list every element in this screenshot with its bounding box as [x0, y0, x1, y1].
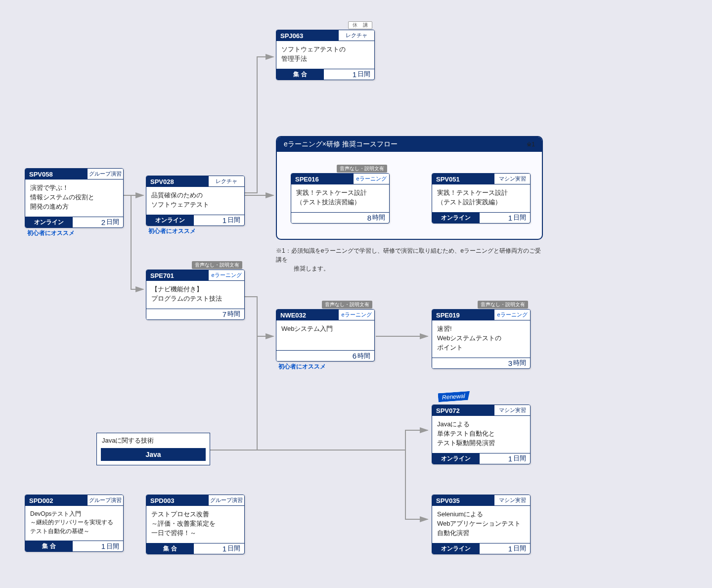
card-spe016[interactable]: 音声なし・説明文有 SPE016 eラーニング 実践！テストケース設計 （テスト… [291, 173, 390, 224]
course-duration: 3時間 [480, 358, 530, 368]
card-spv072[interactable]: SPV072 マシン実習 Javaによる 単体テスト自動化と テスト駆動開発演習… [432, 405, 531, 464]
course-code: SPE016 [291, 174, 354, 184]
course-format: オンライン [432, 213, 480, 223]
course-code: SPV028 [146, 176, 209, 187]
course-format: 集 合 [276, 69, 324, 80]
course-title: 品質確保のための ソフトウェアテスト [146, 187, 244, 215]
course-type: グループ演習 [88, 169, 123, 180]
audio-badge: 音声なし・説明文有 [337, 165, 387, 173]
course-code: SPV058 [25, 169, 88, 180]
group-top-note: ※1 [527, 141, 535, 148]
card-spv028[interactable]: SPV028 レクチャ 品質確保のための ソフトウェアテスト オンライン 1日間… [146, 176, 245, 226]
course-title: 速習! Webシステムテストの ポイント [432, 320, 530, 358]
card-spe701[interactable]: 音声なし・説明文有 SPE701 eラーニング 【ナビ機能付き】 プログラムのテ… [146, 270, 245, 320]
course-code: SPD003 [146, 495, 209, 506]
card-spv058[interactable]: SPV058 グループ演習 演習で学ぶ！ 情報システムの役割と 開発の進め方 オ… [25, 168, 124, 228]
group-title: eラーニング×研修 推奨コースフロー [277, 137, 542, 152]
course-duration: 2日間 [73, 217, 123, 227]
course-format: 集 合 [146, 543, 194, 554]
flow-canvas: SPV058 グループ演習 演習で学ぶ！ 情報システムの役割と 開発の進め方 オ… [0, 0, 712, 588]
beginner-note: 初心者にオススメ [27, 229, 75, 237]
course-duration: 1日間 [194, 215, 244, 226]
course-title: 実践！テストケース設計 （テスト設計実践編） [432, 184, 530, 212]
course-format [291, 213, 339, 223]
course-format: オンライン [146, 215, 194, 226]
course-title: Javaによる 単体テスト自動化と テスト駆動開発演習 [432, 416, 530, 453]
course-code: SPE701 [146, 270, 209, 281]
course-title: Seleniumによる Webアプリケーションテスト 自動化演習 [432, 506, 530, 543]
course-title: 【ナビ機能付き】 プログラムのテスト技法 [146, 281, 244, 309]
course-duration: 7時間 [194, 309, 244, 319]
course-format [432, 358, 480, 368]
course-code: SPJ063 [276, 30, 339, 41]
course-duration: 6時間 [324, 351, 374, 361]
beginner-note: 初心者にオススメ [278, 362, 326, 371]
course-format: 集 合 [25, 541, 73, 551]
course-type: eラーニング [354, 174, 389, 184]
java-box-title: Javaに関する技術 [97, 433, 210, 448]
course-type: レクチャ [209, 176, 244, 187]
course-duration: 1日間 [480, 543, 530, 554]
course-type: マシン実習 [494, 174, 530, 184]
card-spv051[interactable]: SPV051 マシン実習 実践！テストケース設計 （テスト設計実践編） オンライ… [432, 173, 531, 224]
course-type: グループ演習 [88, 495, 123, 506]
java-box-bar: Java [101, 448, 206, 461]
card-spe019[interactable]: 音声なし・説明文有 SPE019 eラーニング 速習! Webシステムテストの … [432, 309, 531, 369]
audio-badge: 音声なし・説明文有 [192, 261, 242, 269]
course-format [146, 309, 194, 319]
course-title: Webシステム入門 [276, 320, 374, 350]
audio-badge: 音声なし・説明文有 [322, 301, 372, 309]
course-code: NWE032 [276, 310, 339, 320]
course-duration: 1日間 [480, 453, 530, 464]
footnote-1: ※1：必須知識をeラーニングで学習し、研修で演習に取り組むため、eラーニングと研… [276, 246, 543, 273]
course-title: テストプロセス改善 ～評価・改善案策定を 一日で習得！～ [146, 506, 244, 543]
audio-badge: 音声なし・説明文有 [478, 301, 528, 309]
card-spj063[interactable]: 休 講 SPJ063 レクチャ ソフトウェアテストの 管理手法 集 合 1日間 [276, 30, 375, 80]
course-format: オンライン [432, 543, 480, 554]
course-type: レクチャ [339, 30, 374, 41]
course-code: SPD002 [25, 495, 88, 506]
card-nwe032[interactable]: 音声なし・説明文有 NWE032 eラーニング Webシステム入門 6時間 初心… [276, 309, 375, 362]
card-spd002[interactable]: SPD002 グループ演習 DevOpsテスト入門 ～継続的デリバリーを実現する… [25, 495, 124, 552]
course-duration: 8時間 [339, 213, 389, 223]
card-spd003[interactable]: SPD003 グループ演習 テストプロセス改善 ～評価・改善案策定を 一日で習得… [146, 495, 245, 554]
java-tech-box[interactable]: Javaに関する技術 Java [96, 433, 210, 465]
beginner-note: 初心者にオススメ [148, 227, 196, 235]
course-type: eラーニング [494, 310, 530, 320]
course-duration: 1日間 [73, 541, 123, 551]
course-type: グループ演習 [209, 495, 244, 506]
course-type: eラーニング [339, 310, 374, 320]
course-code: SPV035 [432, 495, 494, 506]
course-duration: 1日間 [480, 213, 530, 223]
course-type: マシン実習 [494, 495, 530, 506]
course-code: SPV072 [432, 405, 494, 416]
closed-badge: 休 講 [348, 21, 372, 29]
course-format [276, 351, 324, 361]
renewal-ribbon: Renewal [438, 391, 470, 402]
course-duration: 1日間 [194, 543, 244, 554]
course-duration: 1日間 [324, 69, 374, 80]
course-code: SPE019 [432, 310, 494, 320]
course-title: DevOpsテスト入門 ～継続的デリバリーを実現する テスト自動化の基礎～ [25, 506, 123, 541]
course-format: オンライン [25, 217, 73, 227]
course-format: オンライン [432, 453, 480, 464]
course-title: ソフトウェアテストの 管理手法 [276, 41, 374, 69]
course-title: 実践！テストケース設計 （テスト技法演習編） [291, 184, 389, 212]
course-code: SPV051 [432, 174, 494, 184]
course-title: 演習で学ぶ！ 情報システムの役割と 開発の進め方 [25, 180, 123, 217]
course-type: eラーニング [209, 270, 244, 281]
card-spv035[interactable]: SPV035 マシン実習 Seleniumによる Webアプリケーションテスト … [432, 495, 531, 554]
course-type: マシン実習 [494, 405, 530, 416]
